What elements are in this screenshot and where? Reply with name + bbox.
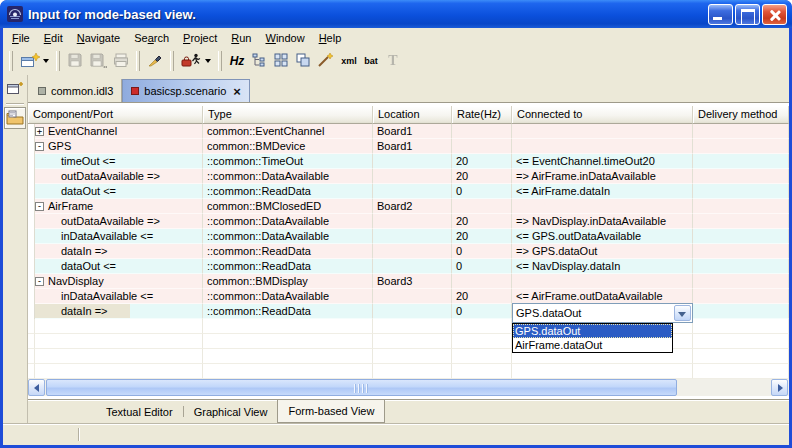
run-tool-button[interactable] [178,50,214,72]
table-row[interactable]: dataIn =>::common::ReadData0=> GPS.dataO… [28,244,789,259]
empty-cell [512,364,693,379]
empty-cell [373,319,452,334]
view-tab-form-based-view[interactable]: Form-based View [277,400,385,423]
cell-rate [452,124,512,139]
combobox-dropdown-arrow-icon[interactable] [674,305,691,321]
row-gutter [28,364,35,379]
hz-button[interactable]: Hz [226,50,248,72]
table-row[interactable]: inDataAvailable <=::common::DataAvailabl… [28,229,789,244]
scroll-thumb[interactable] [46,379,677,396]
row-gutter [28,349,35,364]
scroll-right-arrow-icon[interactable] [771,379,788,396]
table-row[interactable]: outDataAvailable =>::common::DataAvailab… [28,214,789,229]
table-row[interactable]: -NavDisplaycommon::BMDisplayBoard3 [28,274,789,289]
expander-icon[interactable]: + [35,127,44,136]
bat-tool-button[interactable]: bat [360,50,382,72]
table-row[interactable]: -GPScommon::BMDeviceBoard1 [28,139,789,154]
combobox-option[interactable]: AirFrame.dataOut [513,338,672,352]
view-tab-textual-editor[interactable]: Textual Editor [96,400,183,423]
cell-component-port: +EventChannel [35,124,203,139]
xml-tool-icon: xml [341,56,357,66]
column-header-connected-to[interactable]: Connected to [512,106,693,124]
component-port-label: dataIn => [35,244,108,258]
cell-component-port: dataIn => [35,304,203,319]
window-title: Input for mode-based view. [28,7,708,22]
table-row[interactable]: -AirFramecommon::BMClosedEDBoard2 [28,199,789,214]
cell-location [373,289,452,304]
toolbar-grip [136,51,140,71]
maximize-button[interactable] [735,4,760,25]
text-tool-icon: T [388,53,397,69]
column-header-type[interactable]: Type [203,106,373,124]
resource-perspective-button[interactable] [4,107,26,129]
horizontal-scrollbar[interactable] [28,379,789,396]
column-header-rate-hz[interactable]: Rate(Hz) [452,106,512,124]
cell-delivery-method [693,289,789,304]
empty-cell [35,319,203,334]
cell-location [373,229,452,244]
row-gutter [28,319,35,334]
empty-row [28,349,789,364]
table-body: +EventChannelcommon::EventChannelBoard1-… [28,124,789,379]
combobox-option[interactable]: GPS.dataOut [513,324,672,338]
table-row[interactable]: +EventChannelcommon::EventChannelBoard1 [28,124,789,139]
tab-common-idl3[interactable]: common.idl3 [30,79,122,102]
open-perspective-button[interactable] [4,78,26,100]
menu-run[interactable]: Run [224,30,258,46]
menu-search[interactable]: Search [127,30,176,46]
empty-cell [203,349,373,364]
table-row[interactable]: dataOut <=::common::ReadData0<= AirFrame… [28,184,789,199]
table-row[interactable]: timeOut <=::common::TimeOut20<= EventCha… [28,154,789,169]
cell-type: ::common::DataAvailable [203,214,373,229]
status-bar-divider [78,428,80,441]
empty-cell [203,319,373,334]
overlap-view-button[interactable] [292,50,314,72]
minimize-button[interactable] [708,4,733,25]
new-wizard-button[interactable] [17,50,52,72]
type-hierarchy-button[interactable] [248,50,270,72]
dropdown-arrow-icon[interactable] [205,59,211,63]
expander-icon[interactable]: - [35,202,44,211]
grid-view-button[interactable] [270,50,292,72]
paintbrush-icon [147,52,163,70]
cell-rate: 20 [452,214,512,229]
menu-help[interactable]: Help [312,30,349,46]
expander-icon[interactable]: - [35,142,44,151]
resource-perspective-icon [6,110,24,127]
window-buttons [708,4,787,25]
scroll-left-arrow-icon[interactable] [28,379,45,396]
cell-rate [452,139,512,154]
column-header-component-port[interactable]: Component/Port [28,106,203,124]
connected-to-combobox[interactable]: GPS.dataOut [512,303,693,323]
dropdown-arrow-icon[interactable] [43,59,49,63]
cell-type: ::common::ReadData [203,304,373,319]
menu-file[interactable]: File [5,30,37,46]
table-row[interactable]: dataOut <=::common::ReadData0<= NavDispl… [28,259,789,274]
view-tab-graphical-view[interactable]: Graphical View [184,400,278,423]
cell-location [373,154,452,169]
tab-basicsp-scenario[interactable]: basicsp.scenario× [122,79,250,102]
table-row[interactable]: outDataAvailable =>::common::DataAvailab… [28,169,789,184]
wand-button[interactable] [314,50,338,72]
row-gutter [28,274,35,289]
menu-project[interactable]: Project [176,30,224,46]
open-perspective-icon [6,80,24,98]
expander-icon[interactable]: - [35,277,44,286]
xml-tool-button[interactable]: xml [338,50,360,72]
cell-location [373,304,452,319]
cell-connected-to [512,124,693,139]
menu-window[interactable]: Window [258,30,311,46]
column-header-delivery-method[interactable]: Delivery method [693,106,789,124]
table-row[interactable]: inDataAvailable <=::common::DataAvailabl… [28,289,789,304]
menu-edit[interactable]: Edit [37,30,70,46]
paintbrush-button[interactable] [144,50,166,72]
cell-delivery-method [693,139,789,154]
close-button[interactable] [762,4,787,25]
toolbar-grip [56,51,60,71]
row-gutter [28,139,35,154]
close-icon[interactable]: × [233,85,241,98]
cell-location: Board2 [373,199,452,214]
cell-delivery-method [693,124,789,139]
column-header-location[interactable]: Location [373,106,452,124]
menu-navigate[interactable]: Navigate [70,30,127,46]
